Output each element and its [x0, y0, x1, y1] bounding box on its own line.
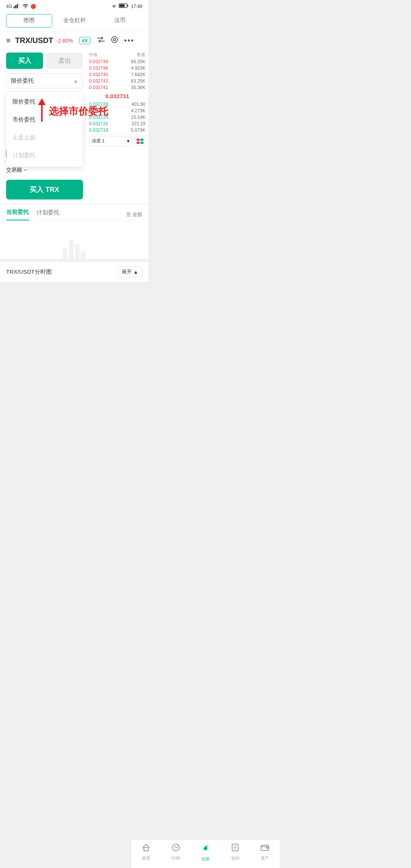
- view-all-label: 全部: [132, 211, 142, 218]
- ask-price-3: 0.032742: [89, 78, 108, 84]
- view-all[interactable]: ☰ 全部: [126, 211, 142, 218]
- signal-icon: 4G: [6, 4, 12, 9]
- svg-rect-11: [137, 142, 140, 144]
- bid-price-4: 0.032718: [89, 128, 108, 133]
- ob-price-header: 价格: [89, 52, 97, 57]
- expand-label: 展开: [122, 268, 132, 275]
- bid-price-0: 0.032728: [89, 102, 108, 107]
- order-book: 价格 数量 0.032749 66.20K 0.032746 4.923K 0.…: [88, 49, 148, 203]
- order-type-arrow: ▲: [73, 78, 78, 84]
- ob-ask-1[interactable]: 0.032746 4.923K: [89, 65, 145, 71]
- dropdown-item-plan[interactable]: 计划委托: [6, 147, 83, 164]
- svg-rect-10: [140, 139, 143, 141]
- sell-button[interactable]: 卖出: [46, 53, 83, 69]
- ob-depth-row: 深度 1 ▼: [89, 136, 145, 146]
- status-bar: 4G 🔴 👁 17:49: [0, 0, 148, 11]
- bid-qty-3: 322.19: [131, 121, 145, 126]
- ob-view-icon[interactable]: [135, 137, 145, 146]
- svg-rect-5: [127, 5, 128, 6]
- empty-orders: [6, 221, 142, 259]
- tab-plan-orders[interactable]: 计划委托: [37, 209, 59, 220]
- top-tabs: 币币 全仓杠杆 法币: [0, 11, 148, 32]
- ob-bid-0[interactable]: 0.032728 401.60: [89, 102, 145, 107]
- buy-button[interactable]: 买入: [6, 53, 43, 69]
- order-type-dropdown: 限价委托 市价委托 止盈止损 计划委托: [6, 92, 83, 167]
- ask-qty-1: 4.923K: [131, 65, 145, 71]
- tab-current-orders[interactable]: 当前委托: [6, 209, 29, 220]
- empty-illustration: [63, 240, 86, 259]
- ask-price-0: 0.032749: [89, 59, 108, 64]
- ask-price-2: 0.032745: [89, 72, 108, 77]
- swap-icon[interactable]: [97, 35, 105, 46]
- orders-section: 当前委托 计划委托 ☰ 全部: [0, 204, 148, 259]
- svg-rect-6: [119, 5, 124, 7]
- svg-rect-3: [18, 3, 19, 8]
- header-icons: •••: [97, 35, 134, 46]
- expand-icon: ▲: [133, 269, 138, 275]
- order-tabs: 当前委托 计划委托 ☰ 全部: [6, 204, 142, 221]
- bid-qty-0: 401.60: [131, 102, 145, 107]
- order-type-text: 限价委托: [11, 77, 34, 85]
- status-left: 4G 🔴: [6, 3, 36, 10]
- bid-price-3: 0.032720: [89, 121, 108, 126]
- dropdown-item-stoploss[interactable]: 止盈止损: [6, 129, 83, 147]
- header-row: ≡ TRX/USDT -2.60% 4X •••: [0, 32, 148, 49]
- svg-rect-2: [17, 4, 18, 8]
- ob-ask-3[interactable]: 0.032742 63.25K: [89, 78, 145, 84]
- bid-qty-2: 15.14K: [131, 115, 145, 120]
- eye-icon: 👁: [112, 4, 116, 9]
- bid-qty-1: 4.273K: [131, 108, 145, 113]
- app-icon: 🔴: [30, 4, 36, 9]
- tab-fabi[interactable]: 法币: [97, 14, 142, 27]
- chart-section: TRX/USDT分时图 展开 ▲: [0, 262, 148, 282]
- ob-ask-4[interactable]: 0.032741 35.36K: [89, 85, 145, 90]
- buy-sell-tabs: 买入 卖出: [6, 53, 83, 69]
- left-panel: 买入 卖出 限价委托 ▲ 限价委托 市价委托 止盈止损 计划委托 选择市价委托: [0, 49, 88, 203]
- ob-bid-1[interactable]: 0.032727 4.273K: [89, 108, 145, 113]
- bid-price-1: 0.032727: [89, 108, 108, 113]
- svg-point-8: [113, 38, 116, 41]
- depth-label: 深度 1: [92, 138, 105, 144]
- svg-rect-9: [137, 139, 140, 141]
- ask-price-1: 0.032746: [89, 65, 108, 71]
- ob-bid-2[interactable]: 0.032725 15.14K: [89, 115, 145, 120]
- dropdown-item-limit[interactable]: 限价委托: [6, 92, 83, 111]
- ob-ask-0[interactable]: 0.032749 66.20K: [89, 59, 145, 64]
- depth-arrow: ▼: [126, 139, 131, 144]
- ob-qty-header: 数量: [137, 52, 145, 57]
- more-icon[interactable]: •••: [124, 36, 134, 45]
- depth-selector[interactable]: 深度 1 ▼: [89, 136, 133, 146]
- ob-bid-3[interactable]: 0.032720 322.19: [89, 121, 145, 126]
- bid-price-2: 0.032725: [89, 115, 108, 120]
- ob-ask-2[interactable]: 0.032745 7.642K: [89, 72, 145, 77]
- svg-rect-12: [140, 142, 143, 144]
- bottom-spacer: [0, 282, 148, 312]
- main-area: 买入 卖出 限价委托 ▲ 限价委托 市价委托 止盈止损 计划委托 选择市价委托: [0, 49, 148, 203]
- bid-qty-4: 5.073K: [131, 128, 145, 133]
- dropdown-item-market[interactable]: 市价委托: [6, 111, 83, 129]
- ob-header: 价格 数量: [89, 52, 145, 57]
- ring-icon[interactable]: [110, 35, 119, 46]
- leverage-badge[interactable]: 4X: [79, 37, 91, 44]
- tab-leverage[interactable]: 全仓杠杆: [52, 14, 97, 27]
- menu-icon[interactable]: ≡: [6, 36, 11, 45]
- svg-point-7: [112, 37, 118, 43]
- time: 17:49: [131, 4, 142, 9]
- view-all-icon: ☰: [126, 212, 131, 217]
- ask-qty-3: 63.25K: [131, 78, 145, 84]
- chart-title: TRX/USDT分时图: [6, 268, 52, 276]
- buy-trx-button[interactable]: 买入 TRX: [6, 180, 83, 199]
- expand-button[interactable]: 展开 ▲: [118, 266, 142, 277]
- ob-bid-4[interactable]: 0.032718 5.073K: [89, 128, 145, 133]
- wifi-icon: [22, 3, 29, 10]
- ob-mid-price: 0.032731: [89, 91, 145, 101]
- svg-rect-0: [14, 6, 15, 8]
- trade-amount: 交易额 --: [6, 167, 83, 174]
- battery-icon: [119, 3, 129, 10]
- order-type-selector[interactable]: 限价委托 ▲ 限价委托 市价委托 止盈止损 计划委托: [6, 73, 83, 88]
- ask-qty-0: 66.20K: [131, 59, 145, 64]
- symbol: TRX/USDT: [15, 36, 53, 45]
- signal-bars: [14, 3, 21, 10]
- ask-qty-4: 35.36K: [131, 85, 145, 90]
- tab-bibi[interactable]: 币币: [6, 14, 52, 27]
